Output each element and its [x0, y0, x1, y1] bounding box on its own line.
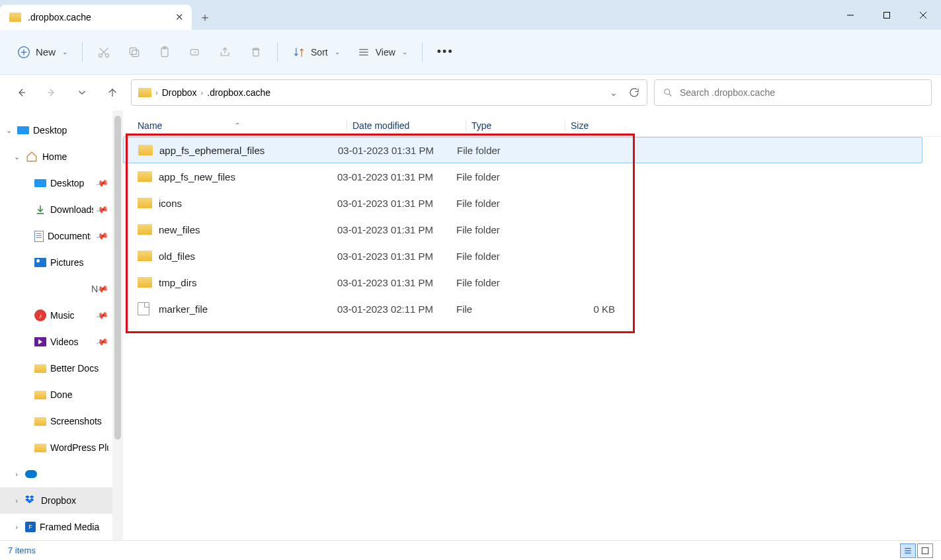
file-date: 03-01-2023 01:31 PM [337, 277, 456, 288]
file-list: app_fs_ephemeral_files03-01-2023 01:31 P… [123, 137, 941, 322]
tab-close-icon[interactable]: ✕ [175, 11, 184, 23]
breadcrumb-current[interactable]: .dropbox.cache [207, 87, 270, 98]
pin-icon[interactable]: 📌 [95, 203, 108, 217]
file-date: 03-01-2023 01:31 PM [338, 145, 457, 156]
chevron-right-icon[interactable]: › [12, 470, 21, 478]
scrollbar-thumb[interactable] [114, 116, 121, 440]
sidebar-item-desktop[interactable]: Desktop📌 [0, 170, 112, 196]
folder-icon [34, 391, 46, 399]
sidebar-item-onedrive[interactable]: › [0, 461, 112, 487]
file-row[interactable]: app_fs_new_files03-01-2023 01:31 PMFile … [123, 163, 941, 190]
search-input[interactable] [680, 87, 923, 98]
sidebar-item-done[interactable]: Done [0, 381, 112, 408]
file-row[interactable]: tmp_dirs03-01-2023 01:31 PMFile folder [123, 269, 941, 296]
search-box[interactable] [654, 79, 932, 106]
file-name: old_files [159, 251, 195, 262]
pin-icon[interactable]: 📌 [95, 229, 108, 243]
pin-icon[interactable]: 📌 [95, 335, 108, 349]
video-icon [34, 337, 46, 346]
chevron-down-icon[interactable]: ⌄ [12, 153, 21, 161]
file-name: marker_file [159, 303, 208, 315]
file-row[interactable]: marker_file03-01-2023 02:11 PMFile0 KB [123, 296, 941, 322]
sidebar-item-screenshots[interactable]: Screenshots [0, 408, 112, 434]
chevron-right-icon: › [155, 89, 158, 97]
delete-button[interactable] [243, 39, 269, 65]
sidebar-item-betterdocs[interactable]: Better Docs [0, 355, 112, 381]
column-headers: Name⌃ Date modified Type Size [123, 114, 941, 137]
arrow-right-icon [46, 87, 58, 99]
sidebar-item-music[interactable]: ♪Music📌 [0, 302, 112, 329]
sidebar-scrollbar[interactable] [112, 110, 123, 540]
file-icon [138, 302, 149, 315]
details-view-button[interactable] [900, 543, 916, 558]
sidebar-label: Better Docs [50, 363, 99, 374]
file-row[interactable]: new_files03-01-2023 01:31 PMFile folder [123, 216, 941, 243]
chevron-right-icon[interactable]: › [12, 497, 21, 504]
forward-button[interactable] [40, 81, 63, 104]
document-icon [34, 231, 44, 242]
file-type: File folder [456, 171, 555, 182]
sidebar-item-framed[interactable]: ›FFramed Media [0, 514, 112, 540]
sidebar-item-documents[interactable]: Documents📌 [0, 223, 112, 249]
folder-icon [34, 417, 46, 426]
paste-button[interactable] [151, 39, 178, 65]
new-tab-button[interactable]: ＋ [192, 5, 218, 30]
window-tab[interactable]: .dropbox.cache ✕ [0, 5, 192, 30]
body: ⌄Desktop ⌄Home Desktop📌 Downloads📌 Docum… [0, 110, 941, 540]
sidebar-item-pictures[interactable]: Pictures [0, 249, 112, 276]
rename-button[interactable] [182, 39, 208, 65]
file-row[interactable]: app_fs_ephemeral_files03-01-2023 01:31 P… [123, 137, 922, 163]
share-button[interactable] [212, 39, 239, 65]
minimize-button[interactable] [832, 0, 868, 30]
file-name: tmp_dirs [159, 277, 197, 288]
column-type[interactable]: Type [466, 120, 565, 131]
arrow-left-icon [15, 87, 27, 99]
pictures-icon [34, 258, 46, 267]
sidebar-item-dropbox[interactable]: ›Dropbox [0, 487, 112, 514]
refresh-icon[interactable] [628, 87, 640, 99]
sidebar-label: Downloads [50, 204, 93, 215]
svg-rect-29 [922, 547, 928, 553]
sidebar-item-wordpress[interactable]: WordPress Plugins [0, 434, 112, 461]
chevron-down-icon [76, 87, 88, 99]
sidebar-item-unknown[interactable]: N📌 [0, 276, 112, 302]
file-row[interactable]: old_files03-01-2023 01:31 PMFile folder [123, 243, 941, 269]
sort-button[interactable]: Sort ⌄ [286, 39, 347, 65]
sidebar-item-desktop-root[interactable]: ⌄Desktop [0, 117, 112, 143]
sidebar-label: Done [50, 389, 72, 400]
maximize-button[interactable] [868, 0, 905, 30]
file-type: File folder [457, 145, 556, 156]
sidebar-item-videos[interactable]: Videos📌 [0, 329, 112, 355]
copy-button[interactable] [121, 39, 147, 65]
cut-button[interactable] [91, 39, 117, 65]
file-row[interactable]: icons03-01-2023 01:31 PMFile folder [123, 190, 941, 216]
breadcrumb-root[interactable]: Dropbox [162, 87, 197, 98]
more-button[interactable]: ••• [430, 39, 460, 65]
pin-icon[interactable]: 📌 [95, 309, 108, 323]
history-button[interactable] [70, 81, 94, 104]
sidebar-item-home[interactable]: ⌄Home [0, 143, 112, 170]
file-size: 0 KB [555, 303, 615, 315]
chevron-down-icon[interactable]: ⌄ [610, 87, 618, 98]
folder-icon [138, 224, 152, 235]
arrow-up-icon [106, 87, 118, 99]
pin-icon[interactable]: 📌 [95, 177, 108, 190]
column-name[interactable]: Name⌃ [138, 120, 347, 131]
close-button[interactable] [905, 0, 941, 30]
column-label: Name [138, 120, 162, 131]
download-icon [34, 204, 46, 216]
sidebar-item-downloads[interactable]: Downloads📌 [0, 196, 112, 223]
chevron-down-icon[interactable]: ⌄ [4, 126, 13, 135]
chevron-right-icon[interactable]: › [12, 523, 21, 531]
breadcrumb[interactable]: › Dropbox › .dropbox.cache ⌄ [131, 79, 647, 106]
back-button[interactable] [9, 81, 33, 104]
icons-view-button[interactable] [917, 543, 933, 558]
view-button[interactable]: View ⌄ [350, 39, 414, 65]
folder-icon [138, 251, 152, 261]
copy-icon [128, 46, 141, 59]
column-date[interactable]: Date modified [347, 120, 466, 131]
up-button[interactable] [101, 81, 124, 104]
sidebar-label: Dropbox [41, 495, 76, 506]
column-size[interactable]: Size [565, 120, 628, 131]
new-button[interactable]: New ⌄ [11, 39, 74, 65]
